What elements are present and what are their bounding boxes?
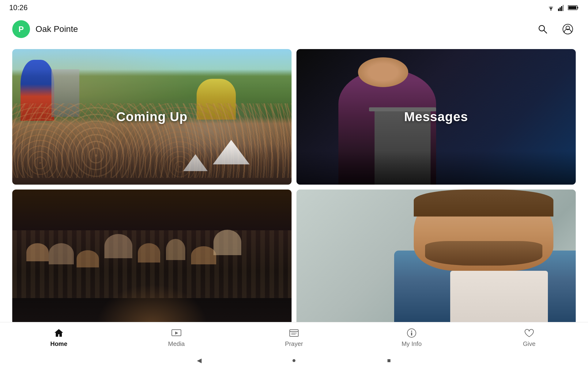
search-button[interactable] — [535, 21, 551, 37]
svg-rect-2 — [560, 7, 561, 11]
head-8 — [213, 230, 241, 255]
card-gradient-overlay — [12, 144, 292, 185]
prayer-icon — [288, 328, 300, 339]
head-4 — [104, 234, 132, 259]
head-6 — [166, 239, 186, 260]
card-bottom-right[interactable] — [296, 190, 576, 325]
head-7 — [191, 246, 216, 265]
recent-button[interactable]: ■ — [384, 356, 394, 365]
svg-rect-4 — [563, 5, 564, 11]
bottom-nav: Home Media Prayer — [0, 322, 588, 353]
svg-point-19 — [411, 331, 412, 332]
svg-rect-20 — [411, 332, 412, 335]
back-icon: ◀ — [197, 357, 202, 364]
profile-button[interactable] — [560, 21, 576, 37]
svg-rect-1 — [558, 9, 559, 11]
card-bottom-left[interactable] — [12, 190, 292, 325]
speaker-head — [358, 57, 408, 87]
card-coming-up[interactable]: Coming Up — [12, 49, 292, 185]
stage-glow — [96, 284, 208, 325]
logo-circle: P — [12, 20, 30, 38]
nav-media[interactable]: Media — [158, 328, 195, 347]
nav-my-info[interactable]: My Info — [393, 328, 430, 347]
media-icon — [171, 328, 182, 339]
recent-icon: ■ — [387, 357, 391, 364]
head-3 — [77, 250, 99, 267]
svg-point-0 — [551, 10, 552, 11]
messages-overlay — [296, 151, 576, 185]
app-bar-actions — [535, 21, 576, 37]
nav-prayer[interactable]: Prayer — [276, 328, 312, 347]
inner-shirt — [450, 271, 548, 325]
messages-label: Messages — [404, 109, 468, 124]
logo-letter: P — [18, 25, 24, 34]
nav-give-label: Give — [523, 340, 535, 347]
status-bar: 10:26 — [0, 0, 588, 15]
nav-home[interactable]: Home — [40, 328, 77, 347]
signal-icon — [558, 4, 565, 11]
svg-rect-7 — [568, 6, 576, 9]
nav-home-label: Home — [50, 340, 67, 347]
home-sys-icon: ● — [292, 356, 296, 364]
nav-my-info-label: My Info — [401, 340, 422, 347]
home-button[interactable]: ● — [289, 356, 299, 365]
head-2 — [49, 243, 74, 265]
app-bar: P Oak Pointe — [0, 15, 588, 43]
head-1 — [26, 243, 49, 262]
svg-rect-3 — [561, 6, 562, 11]
coming-up-label: Coming Up — [116, 109, 188, 124]
status-time: 10:26 — [9, 3, 28, 12]
svg-marker-13 — [175, 332, 178, 335]
wifi-icon — [546, 4, 556, 11]
search-icon — [537, 24, 548, 35]
info-icon — [406, 328, 417, 339]
nav-media-label: Media — [168, 340, 185, 347]
battery-icon — [568, 5, 579, 10]
app-title: Oak Pointe — [36, 24, 78, 34]
main-content: Coming Up Messages — [0, 43, 588, 328]
profile-icon — [562, 24, 573, 35]
give-icon — [524, 328, 535, 339]
home-icon — [53, 328, 64, 339]
beard — [425, 241, 542, 266]
svg-line-9 — [544, 30, 547, 33]
svg-rect-6 — [577, 7, 578, 9]
nav-give[interactable]: Give — [511, 328, 548, 347]
system-nav-bar: ◀ ● ■ — [0, 353, 588, 368]
back-button[interactable]: ◀ — [194, 356, 204, 365]
card-messages[interactable]: Messages — [296, 49, 576, 185]
nav-prayer-label: Prayer — [285, 340, 303, 347]
status-icons — [546, 4, 579, 11]
app-logo[interactable]: P Oak Pointe — [12, 20, 78, 38]
head-5 — [138, 243, 160, 263]
hair — [414, 190, 553, 217]
